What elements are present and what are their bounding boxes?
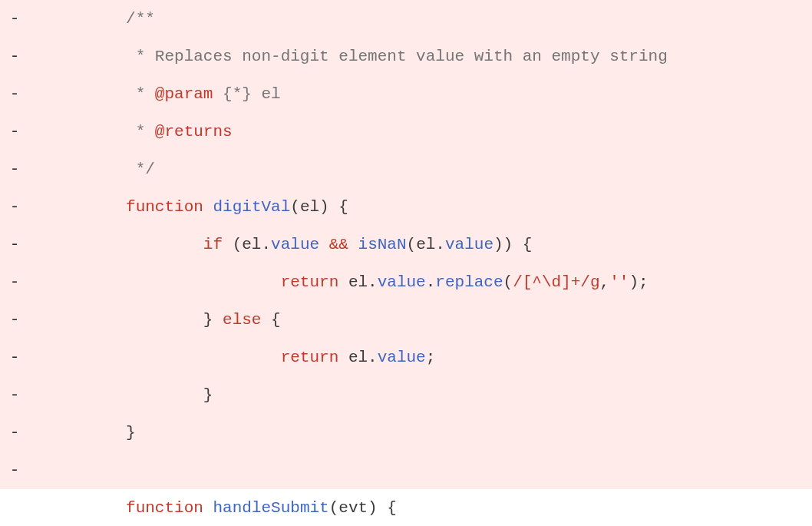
code-token: if — [203, 236, 223, 253]
diff-marker: - — [0, 414, 29, 452]
code-token: '' — [609, 273, 629, 291]
diff-line: - function digitVal(el) { — [0, 188, 812, 226]
code-content: * @param {*} el — [29, 75, 812, 113]
code-token: (evt) { — [329, 499, 397, 517]
code-token — [203, 198, 213, 216]
diff-line: - if (el.value && isNaN(el.value)) { — [0, 226, 812, 263]
diff-marker: - — [0, 151, 29, 188]
code-token: { — [261, 311, 280, 329]
diff-marker: - — [0, 301, 29, 339]
code-token: . — [426, 273, 436, 291]
diff-marker: - — [0, 263, 29, 301]
diff-line: - * @param {*} el — [0, 75, 812, 113]
code-token: return — [281, 273, 339, 291]
code-content: } else { — [29, 301, 812, 339]
code-token: else — [223, 311, 261, 329]
code-token — [348, 236, 358, 253]
code-token: isNaN — [358, 236, 407, 253]
code-token: */ — [126, 160, 155, 178]
diff-line: - } — [0, 414, 812, 452]
code-content: /** — [29, 0, 812, 38]
diff-line: function handleSubmit(evt) { — [0, 489, 812, 526]
code-content: } — [29, 414, 812, 452]
code-token: @returns — [155, 123, 233, 141]
code-token: , — [600, 273, 610, 291]
diff-line: - /** — [0, 0, 812, 38]
diff-line: - — [0, 452, 812, 489]
code-token: @param — [155, 85, 213, 103]
diff-marker: - — [0, 188, 29, 226]
code-token — [319, 236, 329, 253]
code-token: && — [329, 236, 348, 253]
diff-line: - * Replaces non-digit element value wit… — [0, 38, 812, 75]
code-token: value — [378, 349, 426, 366]
code-content: function handleSubmit(evt) { — [29, 489, 812, 526]
code-token: } — [126, 424, 136, 442]
code-token: } — [203, 386, 213, 404]
code-content: if (el.value && isNaN(el.value)) { — [29, 226, 812, 263]
diff-marker: - — [0, 226, 29, 263]
code-token — [203, 499, 213, 517]
code-token: el. — [338, 273, 377, 291]
code-token: ; — [426, 349, 436, 366]
code-content: * Replaces non-digit element value with … — [29, 38, 812, 75]
diff-line: - return el.value.replace(/[^\d]+/g,''); — [0, 263, 812, 301]
code-token: } — [203, 311, 223, 329]
code-token: /** — [126, 10, 155, 28]
code-token: value — [445, 236, 493, 253]
code-token: value — [271, 236, 319, 253]
diff-marker: - — [0, 113, 29, 151]
diff-line: - } — [0, 376, 812, 414]
code-token: * — [126, 123, 155, 141]
code-content: function digitVal(el) { — [29, 188, 812, 226]
code-token: (el. — [407, 236, 445, 253]
diff-line: - */ — [0, 151, 812, 188]
code-token: * — [126, 85, 155, 103]
code-token: function — [126, 499, 203, 517]
diff-marker: - — [0, 0, 29, 38]
code-content: */ — [29, 151, 812, 188]
code-token: * Replaces non-digit element value with … — [126, 48, 668, 65]
code-token: ); — [629, 273, 648, 291]
diff-line: - } else { — [0, 301, 812, 339]
diff-line: - * @returns — [0, 113, 812, 151]
code-token: replace — [435, 273, 503, 291]
code-token: value — [378, 273, 426, 291]
diff-marker: - — [0, 339, 29, 376]
diff-marker: - — [0, 75, 29, 113]
diff-view: - /**- * Replaces non-digit element valu… — [0, 0, 812, 526]
code-content: return el.value; — [29, 339, 812, 376]
code-token: (el. — [223, 236, 271, 253]
code-token: el. — [338, 349, 377, 366]
code-content: return el.value.replace(/[^\d]+/g,''); — [29, 263, 812, 301]
code-content: * @returns — [29, 113, 812, 151]
code-token: digitVal — [213, 198, 290, 216]
diff-marker: - — [0, 452, 29, 489]
code-token: return — [281, 349, 339, 366]
diff-line: - return el.value; — [0, 339, 812, 376]
code-token: function — [126, 198, 203, 216]
code-token: /[^\d]+/g — [513, 273, 599, 291]
code-token: {*} el — [213, 85, 280, 103]
diff-marker: - — [0, 38, 29, 75]
code-token: (el) { — [290, 198, 348, 216]
code-content: } — [29, 376, 812, 414]
code-token: )) { — [493, 236, 532, 253]
code-token: ( — [503, 273, 513, 291]
diff-marker: - — [0, 376, 29, 414]
code-token: handleSubmit — [213, 499, 328, 517]
